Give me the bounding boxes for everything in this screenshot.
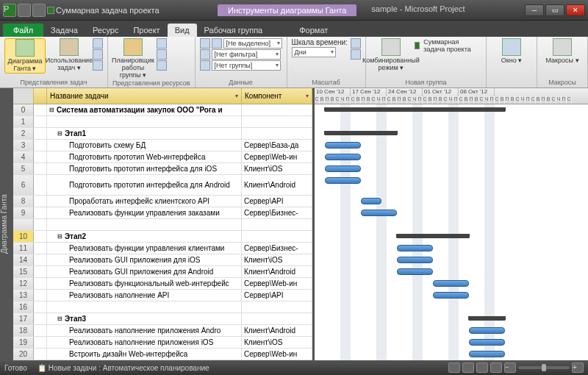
row-id[interactable]: 14 bbox=[13, 254, 34, 265]
view-icon-1[interactable] bbox=[93, 38, 103, 49]
task-bar[interactable] bbox=[325, 177, 361, 184]
filter-combo[interactable]: [Нет фильтра] bbox=[212, 49, 281, 60]
component-cell[interactable]: Клиент\Android bbox=[242, 266, 312, 277]
component-cell[interactable] bbox=[242, 128, 312, 139]
row-id[interactable]: 1 bbox=[13, 116, 34, 127]
task-name-cell[interactable]: Реализовать GUI приложения для Android bbox=[47, 266, 242, 277]
row-id[interactable]: 8 bbox=[13, 196, 34, 207]
res-icon-2[interactable] bbox=[157, 49, 167, 60]
summary-bar[interactable] bbox=[325, 131, 397, 135]
task-bar[interactable] bbox=[325, 142, 361, 149]
maximize-button[interactable]: ▭ bbox=[545, 4, 564, 16]
col-header-indicator[interactable] bbox=[34, 88, 47, 104]
row-id[interactable]: 16 bbox=[13, 301, 34, 312]
window-button[interactable]: Окно ▾ bbox=[491, 38, 532, 65]
task-bar[interactable] bbox=[397, 268, 433, 275]
component-cell[interactable] bbox=[242, 116, 312, 127]
component-cell[interactable] bbox=[242, 313, 312, 324]
task-name-cell[interactable]: ⊟Этап2 bbox=[47, 231, 242, 242]
component-cell[interactable]: Сервер\API bbox=[242, 196, 312, 207]
component-cell[interactable]: Клиент\iOS bbox=[242, 337, 312, 348]
view-icon-2[interactable] bbox=[93, 49, 103, 60]
table-row[interactable]: 19Реализовать наполнение приложения iOSК… bbox=[13, 337, 312, 349]
task-name-cell[interactable] bbox=[47, 301, 242, 312]
tab-view[interactable]: Вид bbox=[168, 24, 197, 37]
row-id[interactable]: 15 bbox=[13, 266, 34, 277]
task-name-cell[interactable]: ⊟Этап3 bbox=[47, 313, 242, 324]
table-row[interactable]: 5Подготовить прототип интерфейса для iOS… bbox=[13, 163, 312, 175]
macros-button[interactable]: Макросы ▾ bbox=[542, 38, 583, 65]
task-bar[interactable] bbox=[325, 165, 361, 172]
col-header-id[interactable] bbox=[13, 88, 34, 104]
view-btn-2[interactable] bbox=[462, 362, 474, 373]
row-id[interactable]: 13 bbox=[13, 290, 34, 301]
task-bar[interactable] bbox=[361, 198, 381, 204]
task-name-cell[interactable]: Реализовать наполнение приложения Andro bbox=[47, 325, 242, 336]
view-btn-1[interactable] bbox=[448, 362, 460, 373]
filter-icon[interactable] bbox=[200, 49, 210, 60]
component-cell[interactable]: Клиент\Android bbox=[242, 175, 312, 195]
task-bar[interactable] bbox=[397, 245, 433, 251]
view-btn-3[interactable] bbox=[476, 362, 488, 373]
table-row[interactable]: 17⊟Этап3 bbox=[13, 313, 312, 325]
table-row[interactable]: 13Реализовать наполнение APIСервер\API bbox=[13, 290, 312, 301]
table-row[interactable]: 18Реализовать наполнение приложения Andr… bbox=[13, 325, 312, 337]
table-row[interactable]: 0⊟Система автоматизации закупок ООО "Рог… bbox=[13, 104, 312, 116]
col-header-name[interactable]: Название задачи▾ bbox=[47, 88, 242, 104]
table-row[interactable]: 4Подготовить прототип Web-интерфейсаСерв… bbox=[13, 151, 312, 163]
undo-icon[interactable] bbox=[32, 4, 46, 17]
row-id[interactable]: 5 bbox=[13, 163, 34, 174]
row-id[interactable]: 9 bbox=[13, 207, 34, 218]
component-cell[interactable]: Сервер\Web-ин bbox=[242, 349, 312, 360]
table-row[interactable]: 3Подготовить схему БДСервер\База-да bbox=[13, 140, 312, 151]
row-id[interactable]: 12 bbox=[13, 278, 34, 289]
gantt-chart-button[interactable]: Диаграмма Ганта ▾ bbox=[4, 38, 46, 74]
task-bar[interactable] bbox=[469, 339, 505, 346]
table-row[interactable]: 16 bbox=[13, 301, 312, 313]
component-cell[interactable] bbox=[242, 219, 312, 230]
gantt-chart[interactable]: 10 Сен '1217 Сен '1224 Сен '1201 Окт '12… bbox=[315, 88, 588, 360]
task-usage-button[interactable]: Использование задач ▾ bbox=[49, 38, 90, 72]
table-row[interactable] bbox=[13, 219, 312, 231]
table-row[interactable]: 1 bbox=[13, 116, 312, 128]
zoom-out-button[interactable]: − bbox=[504, 362, 516, 373]
task-name-cell[interactable]: Подготовить прототип интерфейса для Andr… bbox=[47, 175, 242, 195]
tab-project[interactable]: Проект bbox=[126, 24, 167, 37]
table-row[interactable]: 6Подготовить прототип интерфейса для And… bbox=[13, 175, 312, 196]
zoom-fit-icon[interactable] bbox=[351, 49, 361, 60]
summary-bar[interactable] bbox=[469, 316, 505, 321]
task-name-cell[interactable]: Реализовать функции управления заказами bbox=[47, 207, 242, 218]
task-name-cell[interactable]: Реализовать функциональный web-интерфейс bbox=[47, 278, 242, 289]
zoom-slider[interactable] bbox=[518, 366, 570, 369]
task-bar[interactable] bbox=[469, 351, 505, 357]
task-bar[interactable] bbox=[433, 292, 469, 299]
task-name-cell[interactable]: Реализовать GUI приложения для iOS bbox=[47, 254, 242, 265]
row-id[interactable]: 19 bbox=[13, 337, 34, 348]
task-name-cell[interactable]: Встроить дизайн Web-интерфейса bbox=[47, 349, 242, 360]
minimize-button[interactable]: ─ bbox=[525, 4, 544, 16]
table-row[interactable]: 14Реализовать GUI приложения для iOSКлие… bbox=[13, 254, 312, 266]
table-row[interactable]: 20Встроить дизайн Web-интерфейсаСервер\W… bbox=[13, 349, 312, 360]
tab-task[interactable]: Задача bbox=[43, 24, 85, 37]
task-name-cell[interactable]: ⊟Система автоматизации закупок ООО "Рога… bbox=[47, 104, 242, 115]
task-name-cell[interactable] bbox=[47, 116, 242, 127]
table-row[interactable]: 12Реализовать функциональный web-интерфе… bbox=[13, 278, 312, 290]
component-cell[interactable]: Клиент\iOS bbox=[242, 163, 312, 174]
task-name-cell[interactable] bbox=[47, 219, 242, 230]
task-name-cell[interactable]: Подготовить прототип интерфейса для iOS bbox=[47, 163, 242, 174]
table-row[interactable]: 10⊟Этап2 bbox=[13, 231, 312, 243]
component-cell[interactable]: Сервер\Web-ин bbox=[242, 151, 312, 162]
zoom-icon[interactable] bbox=[351, 38, 361, 49]
task-bar[interactable] bbox=[433, 280, 469, 287]
view-bar[interactable]: Диаграмма Ганта bbox=[0, 88, 13, 360]
view-icon-3[interactable] bbox=[93, 60, 103, 71]
component-cell[interactable]: Клиент\iOS bbox=[242, 254, 312, 265]
table-row[interactable]: 8Проработать интерфейс клиентского APIСе… bbox=[13, 196, 312, 207]
table-row[interactable]: 15Реализовать GUI приложения для Android… bbox=[13, 266, 312, 278]
res-icon-1[interactable] bbox=[157, 38, 167, 49]
row-id[interactable]: 6 bbox=[13, 175, 34, 195]
row-id[interactable]: 0 bbox=[13, 104, 34, 115]
summary-bar[interactable] bbox=[397, 234, 469, 238]
file-tab[interactable]: Файл bbox=[3, 24, 43, 37]
component-cell[interactable] bbox=[242, 231, 312, 242]
